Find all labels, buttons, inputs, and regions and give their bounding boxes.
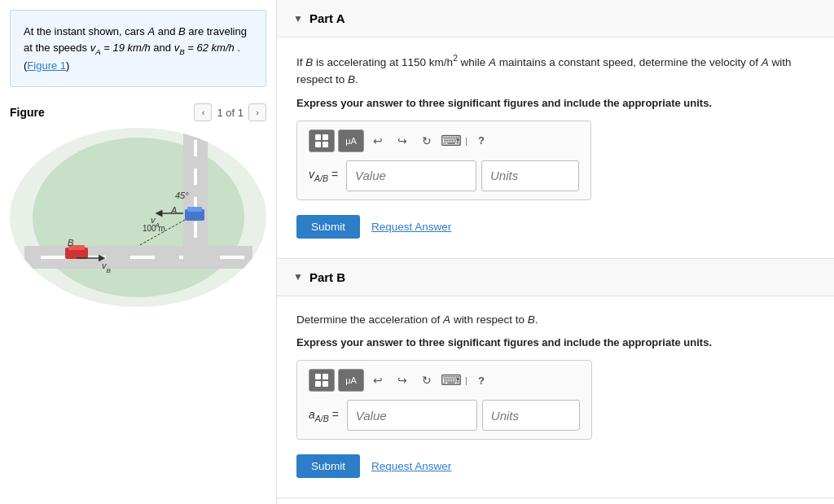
part-b-refresh-button[interactable]: ↻ (416, 370, 437, 391)
part-b-pipe: | (465, 375, 467, 385)
part-b-value-input[interactable] (347, 400, 477, 431)
part-a-refresh-button[interactable]: ↻ (416, 130, 437, 151)
car-a-label: A (147, 25, 155, 37)
part-a-request-answer-button[interactable]: Request Answer (371, 221, 451, 233)
part-a-question: If B is accelerating at 1150 km/h2 while… (296, 52, 814, 89)
part-a-instruction: Express your answer to three significant… (296, 97, 814, 109)
svg-text:A: A (170, 205, 177, 215)
car-b-label: B (178, 25, 186, 37)
part-a-help-button[interactable]: ? (471, 130, 492, 151)
part-b-input-label: aA/B = (309, 408, 339, 423)
svg-rect-9 (194, 169, 197, 185)
part-b-section: ▼ Part B Determine the acceleration of A… (277, 259, 834, 499)
figure-count: 1 of 1 (217, 107, 244, 119)
part-b-grid-button[interactable] (309, 369, 335, 392)
part-b-keyboard-button[interactable]: ⌨ (441, 370, 462, 391)
footer-section: Provide Feedback Nex (277, 498, 834, 504)
grid-icon (315, 134, 328, 147)
part-a-redo-button[interactable]: ↪ (392, 130, 413, 151)
figure-next-button[interactable]: › (248, 103, 266, 121)
right-panel: ▼ Part A If B is accelerating at 1150 km… (277, 0, 834, 504)
part-b-grid-icon (315, 374, 328, 387)
part-b-input-row: aA/B = (309, 400, 580, 431)
part-a-submit-button[interactable]: Submit (296, 215, 360, 239)
svg-rect-12 (183, 246, 208, 269)
part-a-input-label: vA/B = (309, 168, 338, 183)
svg-text:45°: 45° (175, 191, 189, 200)
part-a-header[interactable]: ▼ Part A (277, 0, 834, 37)
part-b-submit-button[interactable]: Submit (296, 454, 360, 478)
part-b-request-answer-button[interactable]: Request Answer (371, 460, 451, 472)
part-a-collapse-icon: ▼ (293, 13, 303, 24)
part-b-mu-button[interactable]: μA (338, 369, 364, 392)
part-a-label: Part A (309, 11, 345, 25)
figure-title: Figure (10, 106, 45, 119)
part-b-label: Part B (309, 270, 345, 284)
svg-rect-4 (130, 256, 155, 259)
figure-header: Figure ‹ 1 of 1 › (10, 103, 266, 121)
part-a-toolbar: μA ↩ ↪ ↻ ⌨ | ? (309, 129, 579, 152)
part-a-grid-button[interactable] (309, 129, 335, 152)
figure-image: 45° 100 m vA vB A B (10, 128, 266, 307)
part-b-instruction: Express your answer to three significant… (296, 336, 814, 348)
part-b-redo-button[interactable]: ↪ (392, 370, 413, 391)
part-b-undo-button[interactable]: ↩ (367, 370, 388, 391)
svg-point-0 (33, 138, 244, 297)
part-a-input-row: vA/B = (309, 160, 579, 191)
part-b-action-row: Submit Request Answer (296, 454, 814, 478)
part-b-collapse-icon: ▼ (293, 271, 303, 283)
part-a-undo-button[interactable]: ↩ (367, 130, 388, 151)
svg-text:100 m: 100 m (143, 224, 165, 233)
figure-nav: ‹ 1 of 1 › (194, 103, 266, 121)
figure-prev-button[interactable]: ‹ (194, 103, 212, 121)
part-b-question: Determine the acceleration of A with res… (296, 311, 814, 329)
part-a-action-row: Submit Request Answer (296, 215, 814, 239)
svg-rect-14 (187, 207, 202, 212)
svg-rect-2 (41, 256, 65, 259)
svg-rect-11 (194, 221, 197, 238)
part-b-content: Determine the acceleration of A with res… (277, 296, 834, 498)
part-b-answer-box: μA ↩ ↪ ↻ ⌨ | ? aA/B = (296, 360, 592, 440)
part-b-help-button[interactable]: ? (471, 370, 492, 391)
figure-svg: 45° 100 m vA vB A B (24, 132, 252, 303)
part-a-content: If B is accelerating at 1150 km/h2 while… (277, 37, 834, 258)
speed-a: vA = 19 km/h (90, 42, 151, 54)
part-a-answer-box: μA ↩ ↪ ↻ ⌨ | ? vA/B = (296, 121, 591, 200)
part-b-toolbar: μA ↩ ↪ ↻ ⌨ | ? (309, 369, 580, 392)
svg-text:B: B (68, 238, 73, 248)
part-a-mu-button[interactable]: μA (338, 129, 364, 152)
left-panel: At the instant shown, cars A and B are t… (0, 0, 277, 504)
figure-link[interactable]: Figure 1 (27, 59, 66, 72)
problem-statement: At the instant shown, cars A and B are t… (10, 10, 266, 87)
part-b-mu-label: μA (345, 375, 357, 385)
mu-label: μA (345, 136, 357, 146)
svg-rect-6 (220, 256, 244, 259)
part-a-units-input[interactable] (481, 160, 579, 191)
svg-rect-8 (194, 140, 197, 156)
figure-section: Figure ‹ 1 of 1 › (0, 97, 276, 504)
part-b-header[interactable]: ▼ Part B (277, 259, 834, 296)
speed-b: vB = 62 km/h (174, 42, 235, 54)
part-a-section: ▼ Part A If B is accelerating at 1150 km… (277, 0, 834, 259)
part-a-keyboard-button[interactable]: ⌨ (441, 130, 462, 151)
part-b-units-input[interactable] (482, 400, 580, 431)
part-a-pipe: | (465, 136, 467, 146)
part-a-value-input[interactable] (346, 160, 476, 191)
